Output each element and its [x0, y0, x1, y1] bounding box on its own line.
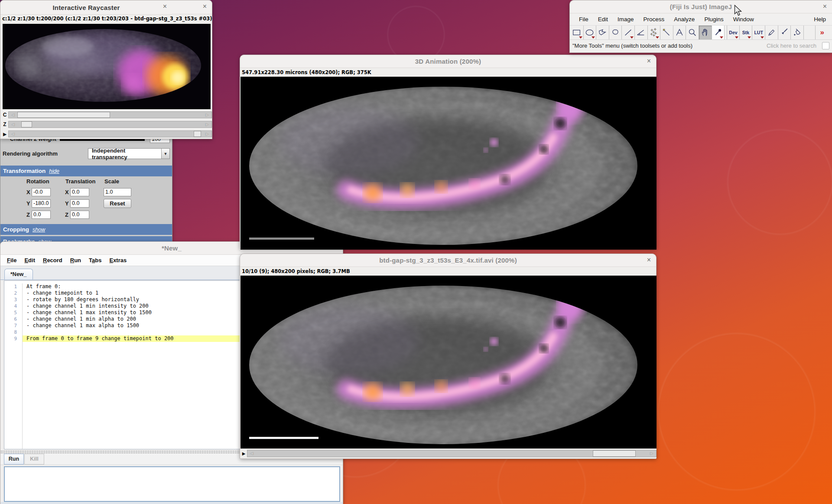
scroll-right-icon[interactable]: ▶	[203, 121, 211, 127]
scroll-left-icon[interactable]: ◀	[9, 131, 17, 137]
rendering-algorithm-row: Rendering algorithm Independent transpar…	[3, 148, 170, 159]
raycaster-titlebar[interactable]: Interactive Raycaster ×	[0, 0, 172, 15]
line-number: 1	[4, 283, 23, 290]
line-tool-icon[interactable]	[622, 26, 635, 39]
translation-col-header: Translation	[65, 178, 104, 185]
rotation-y-field[interactable]	[32, 199, 51, 208]
channel-slider-thumb[interactable]	[17, 112, 110, 118]
frame-slider-rail[interactable]	[17, 131, 203, 137]
editor-bottom-strip	[0, 502, 343, 504]
transformation-reset-button[interactable]: Reset	[104, 199, 131, 208]
tif-close-icon[interactable]: ×	[203, 2, 207, 11]
tif-image-canvas[interactable]	[3, 24, 211, 109]
editor-output-area[interactable]	[4, 466, 340, 502]
scroll-left-icon[interactable]: ◀	[9, 112, 17, 118]
scroll-left-icon[interactable]: ◀	[9, 121, 17, 127]
translation-z-field[interactable]	[70, 211, 89, 219]
oval-tool-icon[interactable]	[584, 26, 597, 39]
avi-frame-rail[interactable]	[256, 450, 647, 457]
polygon-tool-icon[interactable]	[596, 26, 609, 39]
lut-tool-icon[interactable]: LUT	[752, 26, 765, 39]
frame-slider-label[interactable]: ▶	[1, 132, 8, 137]
point-tool-icon[interactable]	[648, 26, 661, 39]
rendering-algorithm-arrow-icon[interactable]: ▼	[161, 149, 169, 159]
kill-button[interactable]: Kill	[24, 454, 44, 465]
wand-tool-icon[interactable]	[660, 26, 673, 39]
scroll-left-icon[interactable]: ◀	[247, 450, 256, 457]
channel-slider[interactable]: ◀▶	[8, 111, 212, 118]
transformation-hide-link[interactable]: hide	[49, 168, 59, 174]
fiji-menu-image[interactable]: Image	[613, 16, 639, 23]
search-box-icon[interactable]	[822, 42, 829, 49]
fill-tool-icon[interactable]	[791, 26, 804, 39]
zoom-tool-icon[interactable]	[686, 26, 699, 39]
line-number	[4, 368, 23, 374]
editor-menu-extras[interactable]: Extras	[105, 257, 130, 263]
dropdown-corner-icon	[720, 36, 723, 39]
anim3d-image-canvas[interactable]	[240, 77, 656, 250]
rotation-x-field[interactable]	[32, 188, 51, 196]
avi-window: btd-gap-stg_3_z3_t53s_E3_4x.tif.avi (200…	[240, 254, 656, 459]
cropping-show-link[interactable]: show	[32, 227, 45, 233]
scroll-right-icon[interactable]: ▶	[203, 112, 211, 118]
fiji-menubar: FileEditImageProcessAnalyzePluginsWindow…	[570, 13, 832, 26]
rotation-z-field[interactable]	[32, 211, 51, 219]
hand-tool-icon[interactable]	[699, 26, 712, 39]
rectangle-tool-icon[interactable]	[571, 26, 584, 39]
scroll-right-icon[interactable]: ▶	[647, 450, 656, 457]
channel-slider-label: C	[1, 112, 8, 118]
editor-menu-run[interactable]: Run	[66, 257, 85, 263]
avi-close-icon[interactable]: ×	[647, 256, 651, 264]
anim3d-titlebar[interactable]: 3D Animation (200%) ×	[240, 55, 656, 68]
avi-frame-thumb[interactable]	[593, 450, 636, 457]
editor-menu-edit[interactable]: Edit	[20, 257, 39, 263]
angle-tool-icon[interactable]	[635, 26, 648, 39]
fiji-menu-help[interactable]: Help	[809, 16, 828, 23]
freehand-tool-icon[interactable]	[609, 26, 622, 39]
translation-x-field[interactable]	[70, 188, 89, 196]
fiji-menu-window[interactable]: Window	[728, 16, 759, 23]
slice-slider-rail[interactable]	[17, 121, 203, 127]
editor-menu-tabs[interactable]: Tabs	[85, 257, 105, 263]
anim3d-close-icon[interactable]: ×	[647, 57, 651, 65]
editor-tab-new[interactable]: *New_	[4, 269, 33, 280]
editor-menu-file[interactable]: File	[3, 257, 20, 263]
avi-titlebar[interactable]: btd-gap-stg_3_z3_t53s_E3_4x.tif.avi (200…	[240, 254, 656, 267]
stk-tool-icon[interactable]: Stk	[740, 26, 753, 39]
raycaster-close-icon[interactable]: ×	[163, 2, 167, 11]
fiji-menu-analyze[interactable]: Analyze	[669, 16, 699, 23]
scroll-right-icon[interactable]: ▶	[203, 131, 211, 137]
dropper-tool-icon[interactable]	[712, 26, 725, 39]
scale-field[interactable]	[104, 188, 131, 196]
anim3d-window: 3D Animation (200%) × 547.91x228.30 micr…	[240, 55, 656, 249]
rendering-algorithm-select[interactable]: Independent transparency ▼	[88, 148, 170, 159]
fiji-menu-process[interactable]: Process	[639, 16, 670, 23]
rotation-z-label: Z	[26, 211, 32, 218]
text-tool-icon[interactable]	[673, 26, 686, 39]
pencil-tool-icon[interactable]	[765, 26, 778, 39]
channel-slider-rail[interactable]	[17, 112, 203, 118]
rotation-y-label: Y	[26, 200, 32, 207]
more-tool-icon[interactable]: »	[816, 26, 829, 39]
fiji-menu-file[interactable]: File	[574, 16, 593, 23]
brush-tool-icon[interactable]	[778, 26, 791, 39]
fiji-titlebar[interactable]: (Fiji Is Just) ImageJ ×	[570, 0, 832, 13]
avi-image-canvas[interactable]	[240, 276, 656, 449]
fiji-close-icon[interactable]: ×	[823, 2, 827, 11]
avi-frame-scrollbar[interactable]: ◀▶	[247, 450, 656, 457]
line-number	[4, 439, 23, 446]
slice-slider[interactable]: ◀▶	[8, 121, 212, 128]
search-input[interactable]	[767, 41, 822, 50]
fiji-menu-plugins[interactable]: Plugins	[699, 16, 728, 23]
frame-slider-thumb[interactable]	[194, 131, 201, 137]
line-number	[4, 387, 23, 394]
editor-menu-record[interactable]: Record	[39, 257, 66, 263]
slice-slider-thumb[interactable]	[21, 121, 32, 127]
dev-tool-icon[interactable]: Dev	[727, 26, 740, 39]
frame-slider[interactable]: ◀▶	[8, 130, 212, 137]
avi-play-icon[interactable]: ▶	[240, 451, 247, 456]
run-button[interactable]: Run	[4, 454, 24, 465]
fiji-menu-edit[interactable]: Edit	[593, 16, 613, 23]
translation-y-field[interactable]	[70, 199, 89, 208]
frame-slider-row: ▶◀▶	[1, 130, 212, 137]
